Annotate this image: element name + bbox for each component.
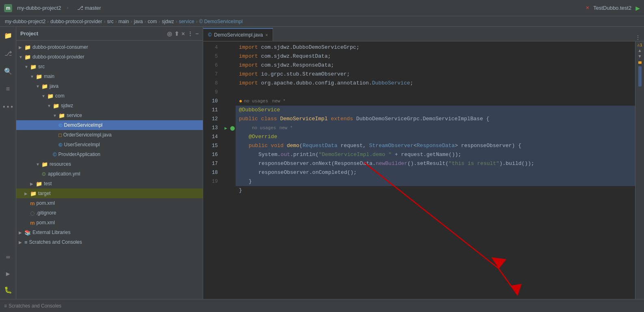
title-right: × TestDubbo.test2 ▶	[586, 4, 640, 13]
title-bar: m my-dubbo-project2 › ⎇ master × TestDub…	[0, 0, 644, 16]
find-icon[interactable]: 🔍	[2, 66, 14, 77]
tree-item-src[interactable]: ▼ 📁 src	[16, 62, 203, 72]
tree-item-provider-application[interactable]: © ProviderApplication	[16, 150, 203, 159]
breadcrumb-project[interactable]: my-dubbo-project2	[5, 19, 46, 24]
breadcrumb-src[interactable]: src	[107, 19, 113, 24]
stop-icon[interactable]: ×	[586, 5, 589, 11]
tree-label: src	[38, 64, 200, 69]
locate-icon[interactable]: ◎	[167, 30, 172, 37]
code-line-4: import com.sjdwz.DubboDemoServiceGrpc;	[236, 43, 635, 52]
tree-label: java	[50, 83, 200, 89]
tree-item-pom-root[interactable]: m pom.xml	[16, 218, 203, 228]
tree-arrow: ▼	[47, 104, 53, 108]
folder-icon: 📁	[53, 103, 59, 109]
tab-close-button[interactable]: ×	[265, 32, 268, 37]
code-line-10: @DubboService	[236, 106, 635, 115]
code-content[interactable]: import com.sjdwz.DubboDemoServiceGrpc; i…	[236, 41, 635, 299]
more-tools-icon[interactable]: •••	[2, 102, 14, 113]
folder-icon: 📁	[30, 64, 37, 70]
code-editor[interactable]: 4 5 6 7 8 9 10 11 12 13 14 15 16 17 18 1…	[203, 41, 635, 299]
tree-item-consumer[interactable]: ▶ 📁 dubbo-protocol-consumer	[16, 42, 203, 52]
folder-icon: 📁	[30, 191, 37, 197]
tree-item-provider[interactable]: ▼ 📁 dubbo-protocol-provider	[16, 52, 203, 62]
terminal-icon[interactable]: ⌨	[2, 252, 14, 263]
tree-label: test	[44, 181, 200, 186]
scratches-label: Scratches and Consoles	[9, 303, 61, 309]
tree-item-service[interactable]: ▼ 📁 service	[16, 110, 203, 120]
breadcrumb-service[interactable]: service	[179, 19, 194, 24]
warning-count[interactable]: ⚠1	[637, 42, 642, 48]
tree-item-pom-provider[interactable]: m pom.xml	[16, 198, 203, 208]
hide-sidebar-icon[interactable]: −	[195, 30, 199, 37]
structure-icon[interactable]: ≡	[2, 84, 14, 95]
code-line-5: import com.sjdwz.RequestData;	[236, 52, 635, 61]
breadcrumb-module[interactable]: dubbo-protocol-provider	[50, 19, 102, 24]
tree-label: DemoServiceImpl	[64, 122, 200, 128]
tree-item-test[interactable]: ▶ 📁 test	[16, 179, 203, 188]
sidebar: Project ◎ ⬆ × ⋮ − ▶ 📁 dubbo-protocol-con…	[16, 27, 203, 299]
tree-item-user-service-impl[interactable]: © UserServiceImpl	[16, 140, 203, 150]
code-line-7: import io.grpc.stub.StreamObserver;	[236, 70, 635, 79]
gutter-icons: ▶ ⬤	[223, 41, 236, 299]
debug-icon[interactable]: 🐛	[2, 284, 14, 296]
git-icon[interactable]: ⎇	[2, 48, 14, 59]
folder-icon: 📁	[36, 181, 42, 187]
class-icon: ©	[59, 122, 63, 128]
scratches-icon: ≡	[24, 239, 28, 245]
tree-item-java[interactable]: ▼ 📁 java	[16, 81, 203, 91]
scratches-consoles-tab[interactable]: ≡ Scratches and Consoles	[4, 303, 61, 309]
tree-arrow: ▶	[19, 45, 24, 50]
collapse-all-icon[interactable]: ⬆	[174, 30, 179, 37]
nav-down[interactable]: ▼	[638, 54, 641, 59]
folder-icon[interactable]: 📁	[2, 30, 14, 41]
settings-sidebar-icon[interactable]: ⋮	[187, 30, 193, 37]
hint-usages-10: ● no usages new *	[236, 97, 635, 106]
breadcrumb: my-dubbo-project2 › dubbo-protocol-provi…	[0, 16, 644, 27]
project-name: my-dubbo-project2	[17, 5, 61, 11]
tree-label: External Libraries	[33, 230, 200, 235]
tree-item-demo-service-impl[interactable]: © DemoServiceImpl	[16, 120, 203, 130]
run-tool-icon[interactable]: ▶	[2, 268, 14, 280]
branch-separator: ›	[66, 5, 69, 11]
gitignore-icon: ◌	[30, 210, 35, 216]
tree-item-sjdwz[interactable]: ▼ 📁 sjdwz	[16, 101, 203, 110]
breadcrumb-java[interactable]: java	[134, 19, 143, 24]
scratches-icon: ≡	[4, 303, 7, 309]
breadcrumb-main[interactable]: main	[118, 19, 129, 24]
code-line-11: public class DemoServiceImpl extends Dub…	[236, 115, 635, 124]
tree-item-com[interactable]: ▼ 📁 com	[16, 91, 203, 101]
right-gutter: ⚠1 ▲ ▼	[635, 41, 644, 299]
tree-label: main	[44, 74, 200, 79]
run-button[interactable]: ▶	[635, 4, 640, 13]
tab-demo-service-impl[interactable]: © DemoServiceImpl.java ×	[203, 28, 273, 41]
tree-arrow: ▼	[53, 113, 59, 118]
selection-indicator	[638, 66, 642, 87]
folder-icon: 📁	[59, 113, 65, 119]
tree-label: pom.xml	[37, 220, 200, 225]
yml-icon: ⚙	[41, 171, 46, 177]
tree-label: ProviderApplication	[59, 152, 200, 157]
tree-item-order-service-impl[interactable]: □ OrderServiceImpl.java	[16, 130, 203, 140]
folder-icon: 📁	[41, 161, 48, 167]
sidebar-header: Project ◎ ⬆ × ⋮ −	[16, 27, 203, 41]
tree-arrow: ▶	[19, 230, 24, 235]
sidebar-tree: ▶ 📁 dubbo-protocol-consumer ▼ 📁 dubbo-pr…	[16, 41, 203, 299]
tree-item-application-yml[interactable]: ⚙ application.yml	[16, 169, 203, 179]
code-line-9	[236, 88, 635, 97]
tree-item-target[interactable]: ▶ 📁 target	[16, 188, 203, 198]
tree-label: target	[38, 191, 200, 196]
tree-item-scratches[interactable]: ▶ ≡ Scratches and Consoles	[16, 237, 203, 247]
tree-item-gitignore[interactable]: ◌ .gitignore	[16, 208, 203, 218]
sidebar-title: Project	[20, 30, 38, 37]
breadcrumb-sjdwz[interactable]: sjdwz	[162, 19, 174, 24]
close-sidebar-icon[interactable]: ×	[182, 30, 185, 37]
tree-item-resources[interactable]: ▼ 📁 resources	[16, 159, 203, 169]
tree-item-external-libs[interactable]: ▶ 📚 External Libraries	[16, 228, 203, 237]
breadcrumb-class[interactable]: © DemoServiceImpl	[199, 19, 243, 24]
folder-icon: 📁	[41, 83, 48, 89]
nav-up[interactable]: ▲	[638, 48, 641, 53]
breadcrumb-com[interactable]: com	[148, 19, 157, 24]
tab-bar-menu-icon[interactable]: ⋮	[635, 34, 641, 41]
tree-item-main[interactable]: ▼ 📁 main	[16, 72, 203, 81]
code-line-8: import org.apache.dubbo.config.annotatio…	[236, 79, 635, 88]
